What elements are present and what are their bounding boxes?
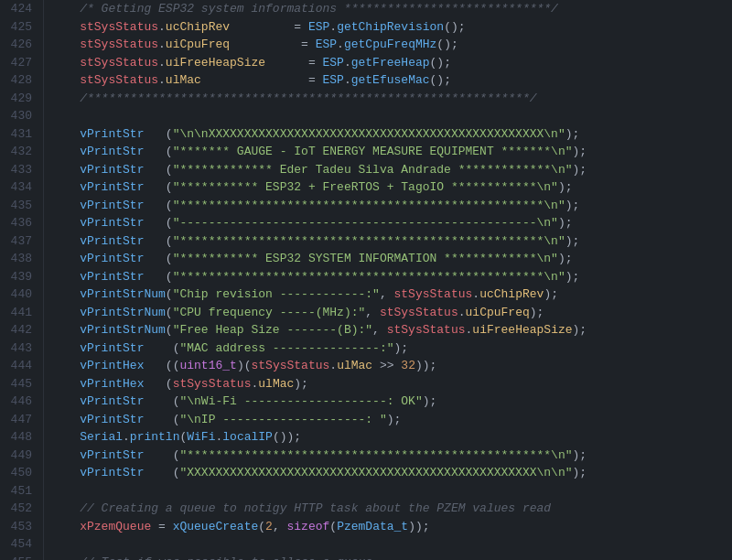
line-number: 455	[7, 554, 32, 561]
code-token: xPzemQueue	[80, 520, 151, 533]
code-token: "***************************************…	[173, 270, 565, 284]
code-token: >>	[372, 359, 401, 372]
code-line: vPrintStr ("*********** ESP32 SYSTEM INF…	[51, 250, 725, 268]
code-line: vPrintHex (stSysStatus.ulMac);	[51, 375, 725, 393]
code-token: println	[130, 430, 180, 444]
code-token: vPrintStr	[80, 180, 144, 194]
code-token: ucChipRev	[166, 20, 230, 34]
code-token: vPrintStr	[80, 341, 144, 355]
code-token: stSysStatus	[173, 377, 252, 391]
code-token: );	[544, 287, 558, 301]
line-number: 449	[7, 447, 32, 465]
code-token: "***************************************…	[173, 234, 565, 248]
code-token: ucChipRev	[479, 287, 544, 301]
code-token: "MAC address ---------------:"	[179, 341, 393, 355]
code-token: vPrintHex	[80, 359, 144, 372]
line-number: 440	[7, 285, 32, 304]
code-token: "CPU frequency -----(MHz):"	[173, 306, 366, 319]
code-token: uiCpuFreq	[166, 38, 230, 51]
line-number: 427	[7, 54, 32, 72]
code-token: (	[144, 180, 172, 194]
code-line: vPrintStr ("****************************…	[51, 197, 725, 215]
code-token: (	[144, 394, 179, 408]
code-token: vPrintStrNum	[80, 323, 166, 337]
code-content: /* Getting ESP32 system informations ***…	[44, 0, 732, 560]
code-token: ulMac	[258, 377, 294, 391]
code-token: stSysStatus	[251, 359, 329, 372]
code-token: ESP	[308, 20, 329, 34]
code-line: stSysStatus.ulMac = ESP.getEfuseMac();	[51, 71, 725, 90]
code-token: =	[230, 20, 308, 34]
line-number: 446	[7, 393, 32, 411]
code-line: vPrintStrNum("Free Heap Size -------(B):…	[51, 321, 725, 339]
code-token: (	[144, 448, 179, 462]
code-token: "******* GAUGE - IoT ENERGY MEASURE EQUI…	[173, 145, 573, 158]
code-token: ,	[380, 287, 394, 301]
line-number: 450	[7, 464, 32, 482]
code-token: vPrintStr	[80, 199, 144, 212]
code-token: (	[166, 306, 173, 319]
line-number: 438	[7, 250, 32, 268]
code-token: (	[258, 520, 265, 533]
code-token: .	[158, 56, 166, 70]
code-token: .	[329, 20, 337, 34]
code-token: (	[144, 466, 179, 479]
code-token: getFreeHeap	[351, 56, 430, 70]
code-token: (	[144, 127, 172, 141]
line-number: 454	[7, 535, 32, 554]
code-token: .	[158, 20, 166, 34]
code-token: );	[294, 377, 308, 391]
code-token: );	[558, 216, 573, 230]
code-line: vPrintStr ("*********** ESP32 + FreeRTOS…	[51, 178, 725, 197]
code-token: vPrintStr	[80, 145, 144, 158]
code-line: vPrintStr ("----------------------------…	[51, 214, 725, 232]
code-line: stSysStatus.uiCpuFreq = ESP.getCpuFreqMH…	[51, 36, 725, 54]
code-token: "***************************************…	[173, 199, 565, 212]
code-token: .	[329, 359, 337, 372]
code-token: WiFi	[187, 430, 215, 444]
code-token: "Free Heap Size -------(B):"	[173, 323, 372, 337]
line-number: 432	[7, 143, 32, 161]
code-token: );	[387, 413, 402, 426]
code-token: stSysStatus	[80, 38, 158, 51]
code-token: "---------------------------------------…	[173, 216, 558, 230]
code-token: =	[265, 56, 322, 70]
code-token: );	[565, 199, 580, 212]
code-token: "***************************************…	[179, 448, 572, 462]
line-number: 444	[7, 357, 32, 375]
line-number: 429	[7, 90, 32, 108]
code-token: );	[573, 466, 587, 479]
code-token: (	[166, 323, 173, 337]
code-line: vPrintStr ("****************************…	[51, 447, 725, 465]
code-token: stSysStatus	[380, 306, 458, 319]
code-token: /* Getting ESP32 system informations ***…	[80, 2, 558, 16]
code-token: =	[230, 38, 316, 51]
code-token: "\nWi-Fi --------------------:	[179, 394, 401, 408]
code-token: vPrintStr	[80, 234, 144, 248]
code-token: .	[337, 38, 344, 51]
code-token: vPrintStr	[80, 163, 144, 177]
code-token: ));	[415, 359, 436, 372]
code-line: vPrintStr ("XXXXXXXXXXXXXXXXXXXXXXXXXXXX…	[51, 464, 725, 482]
line-number: 425	[7, 18, 32, 37]
code-token: OK	[401, 394, 415, 408]
code-line: // Test if was possible to alloca a queu…	[51, 554, 725, 561]
code-token: .	[123, 430, 130, 444]
code-token: );	[573, 163, 587, 177]
code-token: vPrintStr	[80, 466, 144, 479]
code-token: stSysStatus	[80, 20, 158, 34]
code-token: vPrintStr	[80, 270, 144, 284]
code-line	[51, 107, 725, 125]
code-token: ();	[436, 38, 458, 51]
code-line: vPrintStrNum("Chip revision ------------…	[51, 285, 725, 304]
code-token: "	[415, 394, 423, 408]
code-token: // Test if was possible to alloca a queu…	[80, 555, 372, 561]
code-token: );	[394, 341, 409, 355]
code-token: vPrintStr	[80, 127, 144, 141]
line-number: 448	[7, 428, 32, 447]
code-token: );	[565, 270, 580, 284]
code-token: getCpuFreqMHz	[344, 38, 436, 51]
code-line: vPrintStr ("************* Eder Tadeu Sil…	[51, 161, 725, 179]
code-line: vPrintStr ("MAC address ---------------:…	[51, 339, 725, 358]
code-line: /* Getting ESP32 system informations ***…	[51, 0, 725, 18]
